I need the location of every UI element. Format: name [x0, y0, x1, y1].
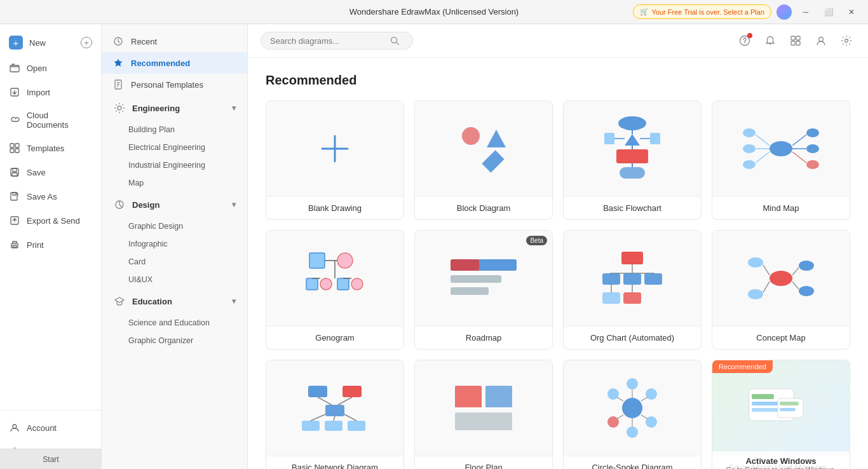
card-orgchart[interactable]: Org Chart (Automated) — [563, 230, 702, 350]
start-button[interactable]: Start — [0, 449, 102, 469]
mid-item-recent[interactable]: Recent — [102, 31, 247, 52]
svg-point-31 — [462, 127, 480, 145]
new-icon: + — [9, 36, 23, 50]
avatar[interactable] — [776, 4, 792, 20]
search-input[interactable] — [270, 36, 384, 46]
sidebar-templates-label: Templates — [27, 144, 64, 153]
doc-icon — [113, 79, 125, 90]
minimize-button[interactable]: ─ — [797, 3, 815, 21]
bell-icon[interactable] — [761, 32, 779, 50]
trial-button[interactable]: 🛒 Your Free Trial is over. Select a Plan — [633, 4, 771, 19]
sidebar-account-label: Account — [27, 423, 57, 433]
card-roadmap[interactable]: Beta Roadmap — [414, 230, 553, 350]
svg-rect-24 — [796, 36, 800, 40]
svg-point-59 — [337, 253, 353, 268]
card-network[interactable]: Basic Network Diagram — [266, 360, 404, 469]
svg-rect-23 — [791, 36, 795, 40]
import-icon — [9, 86, 20, 98]
search-bar[interactable] — [261, 32, 413, 50]
content-toolbar — [248, 24, 868, 58]
svg-rect-8 — [12, 173, 17, 176]
sub-map[interactable]: Map — [102, 174, 247, 192]
card-blank[interactable]: Blank Drawing — [266, 100, 404, 220]
card-label-mindmap: Mind Map — [712, 196, 850, 219]
user-icon[interactable] — [812, 32, 830, 50]
card-edrawmind[interactable]: Recommended Activate Win — [712, 360, 850, 469]
sidebar-item-open[interactable]: Open — [0, 56, 101, 80]
svg-rect-25 — [791, 41, 795, 45]
recommended-badge: Recommended — [712, 360, 773, 373]
sub-industrial[interactable]: Industrial Engineering — [102, 156, 247, 174]
sub-science[interactable]: Science and Education — [102, 314, 247, 332]
account-icon — [9, 422, 20, 433]
svg-marker-32 — [487, 130, 506, 147]
svg-rect-102 — [455, 386, 482, 408]
svg-line-100 — [334, 416, 335, 421]
main-content: Recommended Blank Drawing — [248, 24, 868, 469]
sub-electrical[interactable]: Electrical Engineering — [102, 139, 247, 156]
card-circlespoke[interactable]: Circle-Spoke Diagram — [563, 360, 702, 469]
svg-point-63 — [320, 278, 332, 290]
card-label-blank: Blank Drawing — [266, 196, 403, 219]
settings-icon[interactable] — [837, 32, 855, 50]
sidebar-saveas-label: Save As — [27, 192, 57, 201]
sidebar-export-label: Export & Send — [27, 216, 80, 226]
card-block[interactable]: Block Diagram — [414, 100, 553, 220]
beta-badge: Beta — [526, 236, 547, 245]
svg-marker-35 — [625, 134, 640, 146]
sidebar-item-account[interactable]: Account — [0, 416, 101, 440]
cards-grid: Blank Drawing Block Diagram — [266, 100, 850, 469]
svg-point-20 — [391, 37, 397, 43]
sub-infographic[interactable]: Infographic — [102, 235, 247, 253]
star-icon — [113, 58, 125, 68]
sidebar-item-print[interactable]: Print — [0, 233, 101, 257]
sidebar-item-export[interactable]: Export & Send — [0, 208, 101, 233]
card-img-blank — [266, 101, 403, 196]
sub-graphic-design[interactable]: Graphic Design — [102, 217, 247, 235]
card-conceptmap[interactable]: Concept Map — [712, 230, 850, 350]
mid-item-personal[interactable]: Personal Templates — [102, 74, 247, 95]
sub-graphic-organizer[interactable]: Graphic Organizer — [102, 332, 247, 350]
svg-line-115 — [641, 397, 648, 401]
new-plus-icon: + — [81, 37, 92, 48]
svg-point-14 — [13, 425, 17, 428]
maximize-button[interactable]: ⬜ — [820, 3, 837, 21]
card-floorplan[interactable]: Floor Plan — [414, 360, 553, 469]
card-img-orgchart — [564, 231, 701, 326]
account-grid-icon[interactable] — [787, 32, 804, 50]
sidebar-item-saveas[interactable]: Save As — [0, 184, 101, 208]
svg-line-54 — [756, 152, 770, 163]
svg-point-18 — [118, 106, 121, 110]
sidebar-item-import[interactable]: Import — [0, 80, 101, 104]
section-design-label: Design — [132, 200, 159, 210]
section-engineering[interactable]: Engineering ▾ — [102, 95, 247, 121]
svg-rect-2 — [10, 144, 14, 147]
activate-title: Activate Windows — [717, 456, 844, 466]
svg-point-111 — [627, 426, 638, 438]
card-flowchart[interactable]: Basic Flowchart — [563, 100, 702, 220]
mid-item-recommended[interactable]: Recommended — [102, 52, 247, 74]
card-label-conceptmap: Concept Map — [712, 326, 850, 349]
sidebar-item-cloud[interactable]: Cloud Documents — [0, 104, 101, 136]
sidebar-item-new[interactable]: + New + — [0, 29, 101, 56]
svg-rect-92 — [342, 386, 362, 397]
svg-point-50 — [806, 144, 819, 153]
card-mindmap[interactable]: Mind Map — [712, 100, 850, 220]
svg-rect-62 — [306, 278, 318, 290]
card-label-orgchart: Org Chart (Automated) — [564, 326, 701, 349]
svg-rect-5 — [15, 149, 19, 153]
section-design[interactable]: Design ▾ — [102, 192, 247, 217]
sub-card[interactable]: Card — [102, 253, 247, 271]
help-icon[interactable] — [736, 32, 754, 50]
card-genogram[interactable]: Genogram — [266, 230, 404, 350]
section-education[interactable]: Education ▾ — [102, 289, 247, 314]
card-img-edrawmind — [712, 360, 850, 456]
sidebar-item-save[interactable]: Save — [0, 160, 101, 184]
svg-rect-93 — [325, 405, 344, 416]
svg-rect-64 — [337, 278, 349, 290]
svg-point-46 — [743, 128, 756, 137]
sub-building-plan[interactable]: Building Plan — [102, 121, 247, 139]
sub-uiux[interactable]: UI&UX — [102, 271, 247, 289]
sidebar-item-templates[interactable]: Templates — [0, 136, 101, 160]
close-button[interactable]: ✕ — [843, 3, 860, 21]
